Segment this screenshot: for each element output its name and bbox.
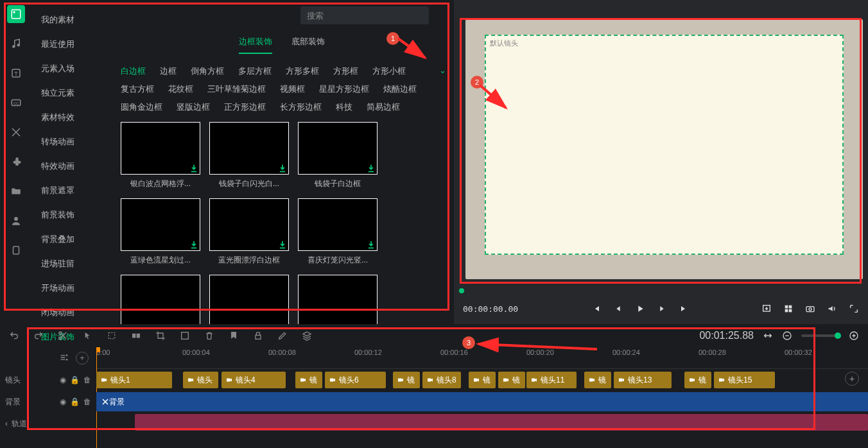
redo-icon[interactable] xyxy=(33,331,44,341)
filter-expand-icon[interactable]: ⌄ xyxy=(439,65,446,75)
timeline-clip[interactable]: 镜 xyxy=(393,372,420,388)
volume-icon[interactable] xyxy=(827,304,837,314)
filter-3[interactable]: 多层方框 xyxy=(238,65,272,77)
zoom-out-icon[interactable] xyxy=(782,331,792,341)
delete-track-icon[interactable]: 🗑 xyxy=(83,375,91,384)
next-frame-icon[interactable] xyxy=(657,304,667,314)
filter-14[interactable]: 竖版边框 xyxy=(177,101,210,113)
add-track-icon[interactable]: + xyxy=(76,352,89,365)
prev-frame-icon[interactable] xyxy=(613,304,623,314)
search-input[interactable] xyxy=(300,6,429,24)
asset-item[interactable] xyxy=(121,275,200,324)
delete-track-icon[interactable]: 🗑 xyxy=(83,397,91,406)
asset-item[interactable]: 蓝绿色流星划过... xyxy=(121,198,200,266)
cat-material-fx[interactable]: 素材特效 xyxy=(32,105,109,130)
filter-0[interactable]: 白边框 xyxy=(121,65,146,77)
chevron-icon[interactable]: ‹ xyxy=(5,419,8,428)
timeline-clip[interactable]: 镜 xyxy=(469,372,496,388)
filter-10[interactable]: 视频框 xyxy=(280,83,305,95)
fit-width-icon[interactable] xyxy=(763,331,773,341)
cat-stay[interactable]: 进场驻留 xyxy=(32,252,109,276)
trash-icon[interactable] xyxy=(204,331,214,341)
timeline-clip[interactable]: 镜 xyxy=(498,372,525,388)
edit-icon[interactable] xyxy=(277,331,288,341)
filter-2[interactable]: 倒角方框 xyxy=(191,65,224,77)
rail-text-icon[interactable]: T xyxy=(7,64,25,82)
asset-item[interactable]: 钱袋子白边框 xyxy=(298,122,378,189)
fullscreen-icon[interactable] xyxy=(849,304,859,314)
asset-item[interactable] xyxy=(298,275,378,324)
cat-bg-overlay[interactable]: 背景叠加 xyxy=(32,227,109,252)
cat-recent[interactable]: 最近使用 xyxy=(32,32,109,56)
crop-icon[interactable] xyxy=(155,331,166,341)
bg-clip[interactable]: 背景 xyxy=(96,392,868,411)
filter-13[interactable]: 圆角金边框 xyxy=(121,101,162,113)
cat-opening[interactable]: 开场动画 xyxy=(32,276,109,300)
undo-icon[interactable] xyxy=(9,331,19,341)
cat-transition[interactable]: 转场动画 xyxy=(32,130,109,154)
export-frame-icon[interactable] xyxy=(761,304,772,314)
timeline-clip[interactable]: 镜 xyxy=(584,372,611,388)
timeline-clip[interactable]: 镜头4 xyxy=(221,372,286,388)
select-icon[interactable] xyxy=(107,331,117,341)
rail-plugin-icon[interactable] xyxy=(7,153,25,171)
rail-folder-icon[interactable] xyxy=(7,182,25,200)
preview-canvas[interactable]: 默认镜头 xyxy=(485,35,844,255)
filter-18[interactable]: 简易边框 xyxy=(367,101,400,113)
cat-closing[interactable]: 闭场动画 xyxy=(32,300,109,325)
split-icon[interactable] xyxy=(58,331,68,341)
rail-caption-icon[interactable]: CC xyxy=(7,94,25,112)
group-icon[interactable] xyxy=(131,331,141,341)
rail-pattern-icon[interactable] xyxy=(7,123,25,141)
filter-12[interactable]: 炫酷边框 xyxy=(383,83,417,95)
timeline-clip[interactable]: 镜头6 xyxy=(325,372,386,388)
timeline-clip[interactable]: 镜头 xyxy=(183,372,218,388)
marker-icon[interactable] xyxy=(229,331,239,341)
asset-item[interactable] xyxy=(209,275,289,324)
add-clip-button[interactable]: + xyxy=(845,372,859,386)
snapshot-icon[interactable] xyxy=(805,304,815,314)
filter-8[interactable]: 花纹框 xyxy=(168,83,193,95)
track-settings-icon[interactable] xyxy=(59,352,69,365)
filter-5[interactable]: 方形框 xyxy=(333,65,358,77)
filter-9[interactable]: 三叶草雏菊边框 xyxy=(207,83,266,95)
timeline-clip[interactable]: 镜头11 xyxy=(526,372,577,388)
rail-more-icon[interactable] xyxy=(7,241,25,259)
cat-my-assets[interactable]: 我的素材 xyxy=(32,8,109,32)
rail-user-icon[interactable] xyxy=(7,212,25,230)
rail-media-icon[interactable] xyxy=(7,5,25,23)
layers-icon[interactable] xyxy=(302,331,312,341)
asset-item[interactable]: 喜庆灯笼闪光竖... xyxy=(298,198,378,266)
tab-border-deco[interactable]: 边框装饰 xyxy=(239,36,272,54)
eye-icon[interactable]: ◉ xyxy=(60,375,66,384)
timeline-clip[interactable]: 镜头13 xyxy=(614,372,672,388)
cat-fg-deco[interactable]: 前景装饰 xyxy=(32,203,109,227)
cursor-icon[interactable] xyxy=(82,331,92,341)
zoom-slider[interactable] xyxy=(801,334,840,337)
sfx-clip[interactable] xyxy=(135,414,868,431)
eye-icon[interactable]: ◉ xyxy=(60,397,66,406)
asset-item[interactable]: 钱袋子白闪光白... xyxy=(209,122,289,189)
mask-icon[interactable] xyxy=(180,331,190,341)
lock-track-icon[interactable]: 🔒 xyxy=(70,375,80,384)
cat-standalone[interactable]: 独立元素 xyxy=(32,81,109,105)
filter-4[interactable]: 方形多框 xyxy=(286,65,319,77)
filter-1[interactable]: 边框 xyxy=(160,65,177,77)
lock-icon[interactable] xyxy=(253,331,263,341)
filter-6[interactable]: 方形小框 xyxy=(372,65,406,77)
cat-vfx[interactable]: 特效动画 xyxy=(32,154,109,178)
tab-bottom-deco[interactable]: 底部装饰 xyxy=(291,36,325,54)
timeline-clip[interactable]: 镜 xyxy=(295,372,322,388)
timeline-clip[interactable]: 镜头15 xyxy=(714,372,775,388)
timeline-clip[interactable]: 镜 xyxy=(684,372,711,388)
asset-item[interactable]: 银白波点网格浮... xyxy=(121,122,200,189)
filter-11[interactable]: 星星方形边框 xyxy=(319,83,369,95)
rail-audio-icon[interactable] xyxy=(7,35,25,53)
grid-icon[interactable] xyxy=(783,304,794,314)
zoom-in-icon[interactable] xyxy=(849,331,859,341)
timeline-clip[interactable]: 镜头1 xyxy=(96,372,172,388)
filter-7[interactable]: 复古方框 xyxy=(121,83,154,95)
play-icon[interactable] xyxy=(635,304,645,314)
goto-end-icon[interactable] xyxy=(679,304,689,314)
filter-15[interactable]: 正方形边框 xyxy=(224,101,266,113)
